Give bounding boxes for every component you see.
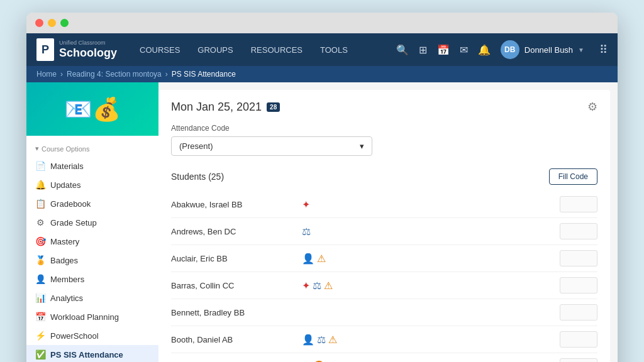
- apps-icon[interactable]: ⠿: [599, 43, 608, 57]
- sidebar-item-gradebook[interactable]: 📋 Gradebook: [26, 194, 158, 213]
- sidebar-label-grade-setup: Grade Setup: [50, 218, 97, 228]
- table-row: Booth, Daniel AB 👤 ⚖ ⚠: [171, 326, 597, 353]
- logo-bottom: Schoology: [59, 47, 117, 60]
- course-options-title[interactable]: ▾ Course Options: [26, 141, 158, 156]
- scale-icon: ⚖: [302, 226, 311, 238]
- content-area: Mon Jan 25, 2021 28 ⚙ Attendance Code (P…: [158, 90, 610, 362]
- sidebar-item-powerschool[interactable]: ⚡ PowerSchool: [26, 326, 158, 345]
- date-text: Mon Jan 25, 2021: [171, 101, 262, 114]
- student-code-input[interactable]: [560, 304, 597, 321]
- student-icons: ✦: [302, 199, 555, 211]
- settings-icon[interactable]: ⚙: [587, 100, 597, 114]
- student-code-input[interactable]: [560, 358, 597, 362]
- table-row: Andrews, Ben DC ⚖: [171, 218, 597, 245]
- sidebar-label-members: Members: [50, 275, 84, 284]
- attendance-code-label: Attendance Code: [171, 124, 597, 133]
- sidebar-item-materials[interactable]: 📄 Materials: [26, 156, 158, 175]
- maximize-dot[interactable]: [60, 19, 69, 27]
- alert-cross-icon: ✦: [302, 280, 310, 292]
- sidebar-item-updates[interactable]: 🔔 Updates: [26, 175, 158, 194]
- nav-resources[interactable]: RESOURCES: [243, 41, 310, 58]
- user-menu[interactable]: DB Donnell Bush ▼: [501, 40, 584, 59]
- sidebar-item-badges[interactable]: 🏅 Badges: [26, 251, 158, 270]
- scale-icon: ⚖: [317, 334, 326, 346]
- student-code-input[interactable]: [560, 223, 597, 239]
- workload-icon: 📅: [35, 312, 45, 322]
- nav-links: COURSES GROUPS RESOURCES TOOLS: [132, 41, 396, 58]
- minimize-dot[interactable]: [48, 19, 56, 27]
- chevron-icon: ▾: [35, 145, 39, 153]
- close-dot[interactable]: [35, 19, 43, 27]
- student-name: Abakwue, Israel BB: [171, 200, 297, 209]
- warning-icon: ⚠: [328, 334, 337, 346]
- sidebar-label-mastery: Mastery: [50, 237, 79, 246]
- table-row: Barras, Collin CC ✦ ⚖ ⚠: [171, 272, 597, 299]
- sidebar-section: ▾ Course Options 📄 Materials 🔔 Updates 📋…: [26, 136, 158, 362]
- student-code-input[interactable]: [560, 331, 597, 348]
- students-title: Students (25): [171, 172, 224, 182]
- student-code-input[interactable]: [560, 277, 597, 293]
- sidebar-item-workload-planning[interactable]: 📅 Workload Planning: [26, 307, 158, 326]
- search-icon[interactable]: 🔍: [396, 44, 409, 56]
- mastery-icon: 🎯: [35, 236, 45, 246]
- logo[interactable]: P Unified Classroom Schoology: [36, 38, 117, 61]
- grade-setup-icon: ⚙: [35, 217, 45, 228]
- sidebar-item-members[interactable]: 👤 Members: [26, 270, 158, 288]
- student-code-input[interactable]: [560, 250, 597, 266]
- student-code-input[interactable]: [560, 196, 597, 212]
- sidebar-label-updates: Updates: [50, 180, 80, 190]
- breadcrumb-sep1: ›: [60, 70, 63, 79]
- sidebar-label-ps-sis: PS SIS Attendance: [50, 350, 123, 359]
- fill-code-button[interactable]: Fill Code: [549, 168, 597, 185]
- sidebar: 📧💰 ▾ Course Options 📄 Materials 🔔 Update…: [26, 82, 158, 362]
- navbar: P Unified Classroom Schoology COURSES GR…: [26, 33, 618, 66]
- gradebook-icon: 📋: [35, 199, 45, 209]
- warning-icon: ⚠: [317, 253, 326, 265]
- bell-icon[interactable]: 🔔: [478, 44, 491, 56]
- analytics-icon: 📊: [35, 293, 45, 303]
- course-image: 📧💰: [26, 82, 158, 136]
- nav-courses[interactable]: COURSES: [132, 41, 187, 58]
- titlebar: [26, 13, 618, 33]
- sidebar-label-badges: Badges: [50, 256, 78, 265]
- sidebar-label-powerschool: PowerSchool: [50, 331, 99, 341]
- mail-icon[interactable]: ✉: [460, 44, 468, 56]
- students-header: Students (25) Fill Code: [171, 168, 597, 185]
- student-icons: 👤 ⚠: [302, 253, 555, 265]
- sidebar-item-grade-setup[interactable]: ⚙ Grade Setup: [26, 213, 158, 232]
- attendance-code-value: (Present): [179, 141, 213, 151]
- breadcrumb-section[interactable]: Reading 4: Section montoya: [67, 70, 162, 79]
- sidebar-label-materials: Materials: [50, 162, 84, 171]
- breadcrumb: Home › Reading 4: Section montoya › PS S…: [26, 66, 618, 82]
- avatar: DB: [501, 40, 519, 59]
- warning-icon: ⚠: [324, 280, 333, 292]
- members-icon: 👤: [35, 274, 45, 284]
- student-icons: ⚖: [302, 226, 555, 238]
- student-name: Barras, Collin CC: [171, 281, 297, 290]
- date-badge: 28: [267, 102, 280, 112]
- scale-icon: ⚖: [313, 280, 321, 292]
- sidebar-item-analytics[interactable]: 📊 Analytics: [26, 288, 158, 307]
- student-name: Andrews, Ben DC: [171, 227, 297, 236]
- ps-sis-icon: ✅: [35, 349, 45, 359]
- nav-tools[interactable]: TOOLS: [313, 41, 355, 58]
- breadcrumb-home[interactable]: Home: [36, 70, 57, 79]
- breadcrumb-current: PS SIS Attendance: [172, 70, 236, 79]
- calendar-icon[interactable]: 📅: [437, 44, 450, 56]
- badges-icon: 🏅: [35, 255, 45, 265]
- chevron-down-icon: ▾: [360, 141, 364, 151]
- course-options-label: Course Options: [42, 145, 89, 153]
- updates-icon: 🔔: [35, 180, 45, 190]
- attendance-code-select[interactable]: (Present) ▾: [171, 136, 372, 156]
- student-name: Bennett, Bradley BB: [171, 308, 297, 317]
- user-name: Donnell Bush: [525, 45, 573, 55]
- table-row: Bennett, Bradley BB: [171, 299, 597, 326]
- grid-icon[interactable]: ⊞: [419, 44, 427, 56]
- student-name: Booth, Daniel AB: [171, 335, 297, 344]
- nav-groups[interactable]: GROUPS: [190, 41, 240, 58]
- table-row: Auclair, Eric BB 👤 ⚠: [171, 245, 597, 272]
- sidebar-item-ps-sis-attendance[interactable]: ✅ PS SIS Attendance: [26, 345, 158, 362]
- sidebar-item-mastery[interactable]: 🎯 Mastery: [26, 232, 158, 251]
- app-window: P Unified Classroom Schoology COURSES GR…: [26, 13, 618, 362]
- student-icons: ✦ ⚖ ⚠: [302, 280, 555, 292]
